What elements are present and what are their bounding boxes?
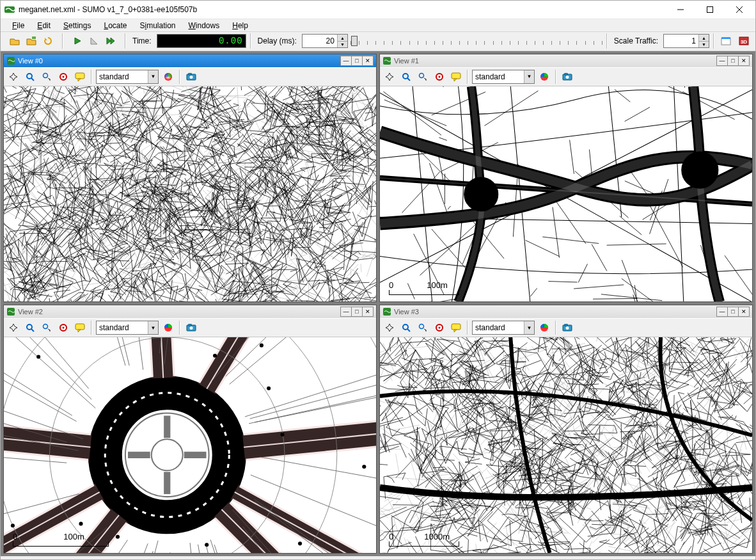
menu-help[interactable]: Help (227, 20, 253, 31)
zoom-button[interactable] (23, 321, 37, 335)
minimize-button[interactable] (666, 1, 695, 19)
recenter-button[interactable] (6, 321, 20, 335)
menubar: File Edit Settings Locate Simulation Win… (1, 19, 755, 32)
color-scheme-combo[interactable]: standard▼ (472, 321, 535, 335)
view-2-maximize[interactable]: □ (351, 307, 363, 317)
view-2-close[interactable]: ✕ (362, 307, 374, 317)
zoom-select-button[interactable] (416, 321, 430, 335)
view-1-maximize[interactable]: □ (727, 56, 739, 66)
svg-line-1099 (609, 412, 644, 434)
color-scheme-combo[interactable]: standard▼ (96, 70, 159, 84)
tooltip-button[interactable] (73, 321, 87, 335)
svg-line-712 (122, 337, 143, 370)
screenshot-button[interactable] (560, 70, 574, 84)
maximize-button[interactable] (695, 1, 725, 19)
view-3-minimize[interactable]: — (716, 307, 728, 317)
menu-windows[interactable]: Windows (184, 20, 225, 31)
view-3-maximize[interactable]: □ (727, 307, 739, 317)
fast-forward-button[interactable] (103, 33, 118, 49)
step-button[interactable] (86, 33, 102, 49)
view-3-titlebar[interactable]: View #3 —□✕ (380, 305, 752, 318)
delay-up[interactable]: ▲ (337, 35, 347, 42)
svg-point-639 (63, 327, 65, 329)
zoom-select-button[interactable] (416, 70, 430, 84)
svg-line-591 (684, 86, 686, 88)
locate-button[interactable] (432, 321, 446, 335)
color-wheel-button[interactable] (161, 70, 175, 84)
scale-traffic-spinbox[interactable]: ▲▼ (663, 34, 709, 48)
color-wheel-button[interactable] (161, 321, 175, 335)
view-1-close[interactable]: ✕ (738, 56, 750, 66)
color-wheel-button[interactable] (537, 321, 551, 335)
delay-slider[interactable] (350, 34, 602, 48)
svg-line-551 (86, 115, 92, 139)
view-1-titlebar[interactable]: View #1 —□✕ (380, 54, 752, 67)
view-0-canvas[interactable] (4, 86, 376, 302)
open-network-button[interactable] (7, 33, 22, 49)
delay-spinbox[interactable]: ▲▼ (302, 34, 348, 48)
view-1-minimize[interactable]: — (716, 56, 728, 66)
menu-locate[interactable]: Locate (98, 20, 132, 31)
screenshot-button[interactable] (560, 321, 574, 335)
locate-button[interactable] (56, 321, 70, 335)
recenter-button[interactable] (6, 70, 20, 84)
play-button[interactable] (70, 33, 85, 49)
zoom-select-button[interactable] (40, 70, 54, 84)
menu-simulation[interactable]: Simulation (134, 20, 180, 31)
color-wheel-button[interactable] (537, 70, 551, 84)
view-2-canvas[interactable]: 0100m (4, 337, 376, 553)
delay-down[interactable]: ▼ (337, 42, 347, 48)
scale-up[interactable]: ▲ (698, 35, 709, 42)
svg-line-517 (292, 86, 300, 108)
open-config-button[interactable] (24, 33, 39, 49)
svg-line-1112 (525, 348, 526, 380)
menu-settings[interactable]: Settings (58, 20, 96, 31)
svg-line-628 (553, 207, 559, 257)
view-0-titlebar[interactable]: View #0 — □ ✕ (4, 54, 376, 67)
svg-point-635 (27, 324, 32, 330)
screenshot-button[interactable] (184, 321, 198, 335)
scale-traffic-input[interactable] (664, 35, 698, 47)
color-scheme-combo[interactable]: standard▼ (96, 321, 159, 335)
recenter-button[interactable] (382, 70, 397, 84)
svg-point-15 (63, 76, 65, 77)
zoom-select-button[interactable] (40, 321, 54, 335)
svg-line-777 (473, 461, 482, 474)
zoom-button[interactable] (399, 70, 413, 84)
view-3-canvas[interactable]: 01000m (380, 337, 752, 553)
view-0-close[interactable]: ✕ (362, 56, 374, 66)
locate-button[interactable] (56, 70, 70, 84)
menu-file[interactable]: File (7, 20, 29, 31)
zoom-button[interactable] (399, 321, 413, 335)
svg-line-617 (593, 298, 638, 299)
new-3d-view-button[interactable]: 3D (736, 33, 752, 49)
tooltip-button[interactable] (449, 70, 463, 84)
zoom-button[interactable] (23, 70, 37, 84)
reload-button[interactable] (40, 33, 56, 49)
recenter-button[interactable] (382, 321, 397, 335)
close-button[interactable] (725, 1, 754, 19)
color-scheme-combo[interactable]: standard▼ (472, 70, 535, 84)
svg-rect-750 (383, 308, 391, 316)
svg-line-623 (725, 255, 752, 302)
svg-rect-640 (75, 324, 84, 330)
new-view-button[interactable] (718, 33, 734, 49)
scale-traffic-label: Scale Traffic: (611, 36, 661, 45)
view-2-titlebar[interactable]: View #2 —□✕ (4, 305, 376, 318)
chevron-down-icon: ▼ (524, 70, 534, 83)
scale-down[interactable]: ▼ (698, 42, 709, 48)
tooltip-button[interactable] (73, 70, 87, 84)
svg-line-636 (31, 329, 34, 332)
view-0-minimize[interactable]: — (340, 56, 352, 66)
screenshot-button[interactable] (184, 70, 198, 84)
tooltip-button[interactable] (449, 321, 463, 335)
menu-edit[interactable]: Edit (32, 20, 56, 31)
view-2-minimize[interactable]: — (340, 307, 352, 317)
slider-thumb[interactable] (351, 36, 358, 46)
view-3-close[interactable]: ✕ (738, 307, 750, 317)
delay-input[interactable] (303, 35, 337, 47)
view-0-maximize[interactable]: □ (351, 56, 363, 66)
view-0-title: View #0 (18, 57, 338, 65)
view-1-canvas[interactable]: 0100m (380, 86, 752, 302)
locate-button[interactable] (432, 70, 446, 84)
